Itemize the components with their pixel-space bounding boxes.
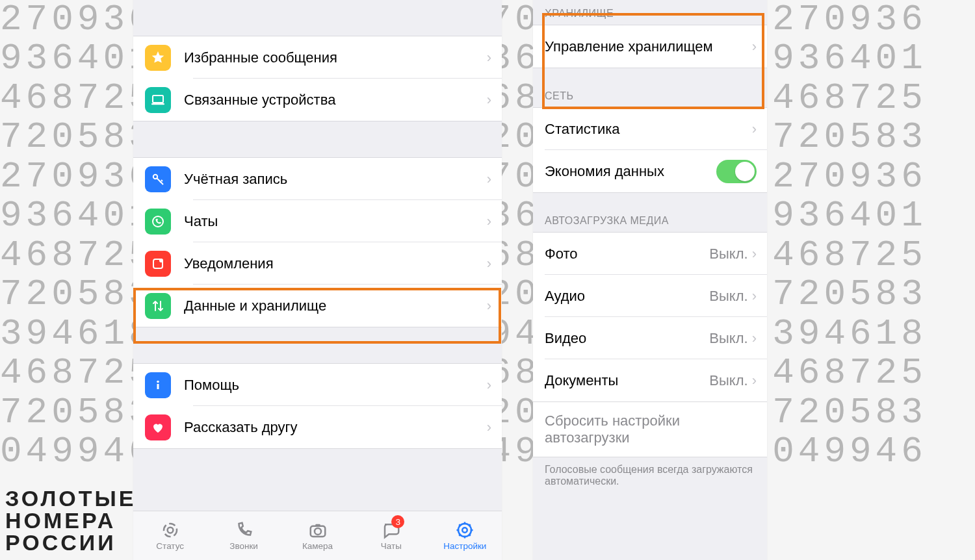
chevron-right-icon: › (752, 247, 757, 261)
tab-camera[interactable]: Камера (281, 511, 354, 560)
chevron-right-icon: › (487, 214, 491, 229)
row-autoload[interactable]: ФотоВыкл.› (533, 233, 767, 275)
settings-group: Помощь›Рассказать другу› (133, 363, 502, 449)
phone-screen-settings: Избранные сообщения›Связанные устройства… (133, 0, 502, 560)
row-label: Помощь (184, 377, 487, 394)
row-label: Учётная запись (184, 171, 487, 188)
row-label: Статистика (545, 121, 752, 138)
row-label: Данные и хранилище (184, 298, 487, 314)
settings-row-laptop[interactable]: Связанные устройства› (133, 79, 502, 121)
chevron-right-icon: › (487, 172, 491, 186)
key-icon (145, 166, 171, 192)
bell-icon (145, 251, 171, 277)
badge: 3 (391, 515, 404, 528)
section-header-storage: ХРАНИЛИЩЕ (533, 0, 767, 25)
settings-group: Избранные сообщения›Связанные устройства… (133, 36, 502, 121)
section-header-network: СЕТЬ (533, 68, 767, 107)
row-value: Выкл. (709, 372, 748, 389)
row-autoload[interactable]: АудиоВыкл.› (533, 275, 767, 317)
tab-label: Камера (302, 541, 333, 551)
settings-row-star[interactable]: Избранные сообщения› (133, 36, 502, 79)
info-icon (145, 372, 171, 398)
row-label: Аудио (545, 288, 709, 305)
chevron-right-icon: › (752, 289, 757, 303)
row-label: Уведомления (184, 255, 487, 272)
tab-settings[interactable]: Настройки (428, 511, 502, 560)
tab-chats[interactable]: 3Чаты (354, 511, 428, 560)
row-autoload[interactable]: ВидеоВыкл.› (533, 317, 767, 359)
row-label: Управление хранилищем (545, 38, 752, 55)
section-header-autoload: АВТОЗАГРУЗКА МЕДИА (533, 193, 767, 232)
chevron-right-icon: › (487, 257, 491, 271)
tab-label: Настройки (443, 541, 486, 551)
chevron-right-icon: › (752, 331, 757, 346)
row-value: Выкл. (709, 330, 748, 347)
row-autoload[interactable]: ДокументыВыкл.› (533, 359, 767, 401)
row-label: Чаты (184, 213, 487, 230)
row-label: Экономия данных (545, 163, 716, 180)
row-label: Видео (545, 330, 709, 347)
chevron-right-icon: › (752, 122, 757, 136)
chevron-right-icon: › (752, 374, 757, 388)
row-label: Связанные устройства (184, 92, 487, 108)
row-label: Фото (545, 246, 709, 262)
settings-row-bell[interactable]: Уведомления› (133, 242, 502, 285)
row-label: Документы (545, 372, 709, 389)
row-value: Выкл. (709, 288, 748, 305)
phone-screen-storage: ХРАНИЛИЩЕ Управление хранилищем › СЕТЬ С… (533, 0, 767, 560)
chevron-right-icon: › (487, 93, 491, 107)
tab-calls[interactable]: Звонки (207, 511, 280, 560)
tab-label: Статус (156, 541, 184, 551)
row-chevron[interactable]: Статистика› (533, 108, 767, 150)
settings-row-whatsapp[interactable]: Чаты› (133, 200, 502, 242)
settings-row-info[interactable]: Помощь› (133, 364, 502, 406)
chevron-right-icon: › (487, 420, 491, 435)
row-label: Рассказать другу (184, 419, 487, 436)
heart-icon (145, 414, 171, 440)
row-storage-management[interactable]: Управление хранилищем › (533, 25, 767, 68)
settings-row-updown[interactable]: Данные и хранилище› (133, 285, 502, 327)
footer-note: Голосовые сообщения всегда загружаются а… (533, 457, 767, 487)
row-toggle[interactable]: Экономия данных (533, 150, 767, 192)
chevron-right-icon: › (487, 51, 491, 65)
toggle-switch[interactable] (716, 160, 757, 183)
row-reset-autoload[interactable]: Сбросить настройки автозагрузки (533, 402, 767, 457)
chevron-right-icon: › (487, 378, 491, 392)
laptop-icon (145, 87, 171, 113)
tab-bar: СтатусЗвонкиКамера3ЧатыНастройки (133, 511, 502, 560)
settings-group: Учётная запись›Чаты›Уведомления›Данные и… (133, 157, 502, 327)
updown-icon (145, 293, 171, 319)
tab-label: Чаты (381, 541, 402, 551)
tab-status[interactable]: Статус (133, 511, 207, 560)
row-value: Выкл. (709, 246, 748, 262)
whatsapp-icon (145, 209, 171, 235)
tab-label: Звонки (229, 541, 258, 551)
brand-logo: ЗОЛОТЫЕНОМЕРАРОССИИ (5, 487, 136, 554)
chevron-right-icon: › (752, 40, 757, 54)
settings-row-key[interactable]: Учётная запись› (133, 158, 502, 200)
settings-row-heart[interactable]: Рассказать другу› (133, 406, 502, 448)
star-icon (145, 45, 171, 71)
row-label: Избранные сообщения (184, 49, 487, 66)
chevron-right-icon: › (487, 299, 491, 313)
